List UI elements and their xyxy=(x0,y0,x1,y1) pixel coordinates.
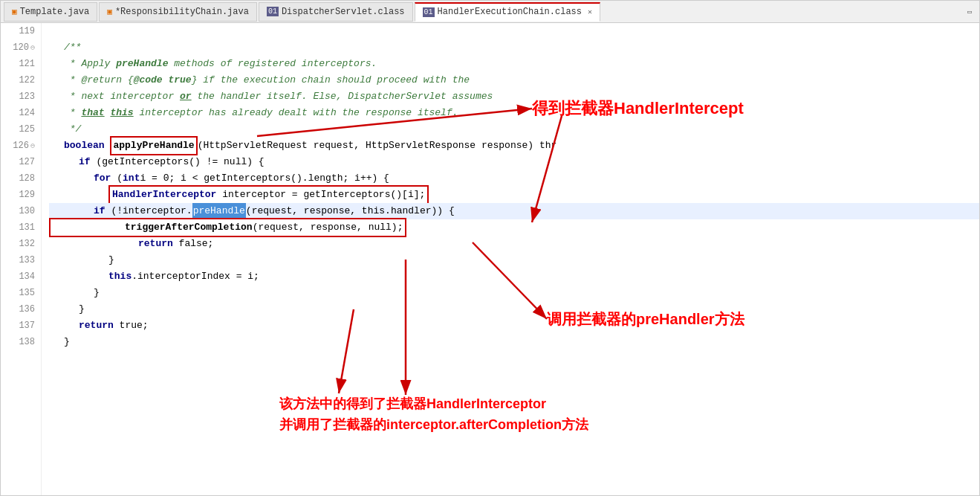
code-comment-122: * @return {@code true} if the execution … xyxy=(49,72,470,88)
line-num-129: 129 xyxy=(7,187,35,203)
code-line-133: } xyxy=(49,252,979,268)
maximize-button[interactable]: ▭ xyxy=(963,6,976,18)
tab-template-java[interactable]: ▣ Template.java xyxy=(4,2,97,22)
class-icon: 01 xyxy=(267,7,279,16)
line-num-124: 124 xyxy=(7,105,35,121)
java-icon-2: ▣ xyxy=(107,7,112,16)
line-num-134: 134 xyxy=(7,268,35,285)
code-line-136: } xyxy=(49,301,979,318)
code-line-135: } xyxy=(49,285,979,301)
code-line-125: */ xyxy=(49,121,979,138)
tab-responsibility-java[interactable]: ▣ *ResponsibilityChain.java xyxy=(99,2,257,22)
line-num-137: 137 xyxy=(7,318,35,334)
code-comment-123: * next interceptor or the handler itself… xyxy=(49,88,493,105)
code-line-128: for (int i = 0; i < getInterceptors().le… xyxy=(49,170,979,187)
code-line-123: * next interceptor or the handler itself… xyxy=(49,88,979,105)
code-this-134: this xyxy=(49,268,132,285)
code-keyword-for: for xyxy=(49,170,117,187)
code-keyword-if: if xyxy=(49,154,96,170)
code-line-129: HandlerInterceptor interceptor = getInte… xyxy=(49,187,979,203)
code-line-130: if (!interceptor.preHandle(request, resp… xyxy=(49,203,979,219)
code-keyword-boolean: boolean xyxy=(49,138,110,154)
code-line-131: triggerAfterCompletion(request, response… xyxy=(49,219,979,236)
code-return-true: return xyxy=(49,318,120,334)
line-num-121: 121 xyxy=(7,56,35,72)
tab-dispatcher-class[interactable]: 01 DispatcherServlet.class xyxy=(259,2,413,22)
code-comment-124: * that this interceptor has already deal… xyxy=(49,105,458,121)
line-num-120: 120 xyxy=(7,39,35,56)
line-num-125: 125 xyxy=(7,121,35,138)
code-comment-121: * Apply preHandle methods of registered … xyxy=(49,56,377,72)
callout-bottom-1: 该方法中的得到了拦截器HandlerInterceptor xyxy=(279,395,546,413)
tab-label-4: HandlerExecutionChain.class xyxy=(438,7,582,17)
line-num-132: 132 xyxy=(7,236,35,252)
tab-close-button[interactable]: ✕ xyxy=(588,7,592,16)
tab-bar: ▣ Template.java ▣ *ResponsibilityChain.j… xyxy=(1,1,979,23)
code-line-134: this.interceptorIndex = i; xyxy=(49,268,979,285)
code-for-loop: ( xyxy=(117,170,123,187)
java-icon: ▣ xyxy=(12,7,17,16)
code-line-137: return true; xyxy=(49,318,979,334)
callout-bottom-2: 并调用了拦截器的interceptor.afterCompletion方法 xyxy=(279,416,588,434)
line-numbers: 119 120 121 122 123 124 125 126 127 128 … xyxy=(1,23,42,495)
code-params: (HttpServletRequest request, HttpServlet… xyxy=(198,138,557,154)
line-num-131: 131 xyxy=(7,219,35,236)
code-line-120: /** xyxy=(49,39,979,56)
line-num-122: 122 xyxy=(7,72,35,88)
line-num-138: 138 xyxy=(7,334,35,350)
code-line-122: * @return {@code true} if the execution … xyxy=(49,72,979,88)
code-comment-125: */ xyxy=(49,121,81,138)
code-keyword-int: int xyxy=(123,170,140,187)
line-num-133: 133 xyxy=(7,252,35,268)
tab-label-3: DispatcherServlet.class xyxy=(282,7,405,17)
code-method-box: applyPreHandle xyxy=(110,136,197,155)
code-close-brace-133: } xyxy=(49,252,114,268)
code-line-132: return false; xyxy=(49,236,979,252)
code-keyword-if2: if xyxy=(49,203,111,219)
tab-label-2: *ResponsibilityChain.java xyxy=(115,7,249,17)
code-line-124: * that this interceptor has already deal… xyxy=(49,105,979,121)
line-num-123: 123 xyxy=(7,88,35,105)
code-close-brace-136: } xyxy=(49,301,85,318)
line-num-119: 119 xyxy=(7,23,35,39)
line-num-136: 136 xyxy=(7,301,35,318)
line-num-135: 135 xyxy=(7,285,35,301)
line-num-127: 127 xyxy=(7,154,35,170)
tab-label: Template.java xyxy=(20,7,90,17)
class-icon-2: 01 xyxy=(423,7,435,17)
line-num-130: 130 xyxy=(7,203,35,219)
code-content[interactable]: /** * Apply preHandle methods of registe… xyxy=(42,23,979,495)
line-num-128: 128 xyxy=(7,170,35,187)
ide-container: ▣ Template.java ▣ *ResponsibilityChain.j… xyxy=(0,0,980,496)
code-if-condition: (getInterceptors() != null) { xyxy=(96,154,264,170)
code-keyword-return: return xyxy=(49,236,179,252)
code-line-126: boolean applyPreHandle(HttpServletReques… xyxy=(49,138,979,154)
code-handler-interceptor-type: HandlerInterceptor xyxy=(112,189,216,200)
code-trigger-method: triggerAfterCompletion xyxy=(125,222,253,233)
code-close-brace-135: } xyxy=(49,285,100,301)
editor-area: 119 120 121 122 123 124 125 126 127 128 … xyxy=(1,23,979,495)
code-line-127: if (getInterceptors() != null) { xyxy=(49,154,979,170)
code-close-brace-138: } xyxy=(49,334,70,350)
line-num-126: 126 xyxy=(7,138,35,154)
code-line-121: * Apply preHandle methods of registered … xyxy=(49,56,979,72)
tab-handler-class[interactable]: 01 HandlerExecutionChain.class ✕ xyxy=(415,2,600,22)
code-line-119 xyxy=(49,23,979,39)
code-line-138: } xyxy=(49,334,979,350)
code-comment-start: /** xyxy=(49,39,81,56)
code-prehandle-selected: preHandle xyxy=(192,203,246,219)
